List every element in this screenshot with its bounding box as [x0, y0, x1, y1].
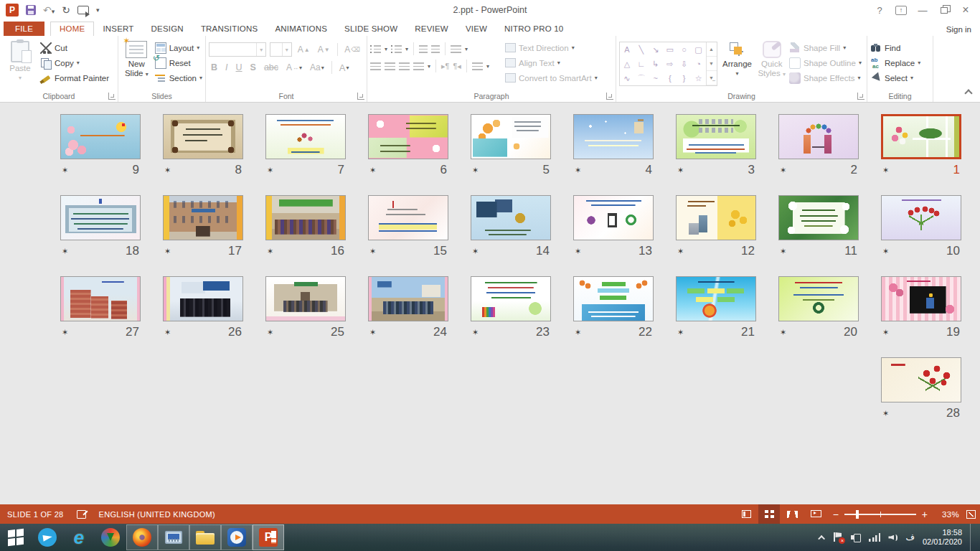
language-indicator[interactable]: ENGLISH (UNITED KINGDOM)	[99, 510, 215, 519]
show-hidden-icons-icon[interactable]	[819, 534, 826, 542]
customize-qat-icon[interactable]: ▾	[96, 6, 100, 14]
slide-13[interactable]: ✶13	[573, 195, 654, 258]
slide-24[interactable]: ✶24	[368, 276, 448, 339]
slide-2[interactable]: ✶2	[778, 114, 859, 177]
start-button[interactable]	[0, 524, 32, 550]
minimize-icon[interactable]: —	[913, 2, 933, 18]
slide-4-thumbnail[interactable]	[573, 114, 654, 159]
start-from-beginning-icon[interactable]	[77, 6, 89, 14]
slide-sorter-view-button[interactable]	[758, 504, 780, 524]
font-dialog-launcher-icon[interactable]	[357, 93, 364, 100]
line-spacing-icon[interactable]	[451, 45, 461, 53]
fit-slide-to-window-icon[interactable]	[966, 510, 976, 519]
section-button[interactable]: Section ▾	[155, 72, 202, 84]
align-right-icon[interactable]	[399, 62, 410, 70]
arrange-button[interactable]: Arrange ▾	[720, 39, 755, 89]
align-left-icon[interactable]	[370, 62, 381, 70]
slide-26[interactable]: ✶26	[163, 276, 243, 339]
slide-19[interactable]: ✶19	[881, 276, 961, 339]
save-icon[interactable]	[26, 5, 36, 15]
slide-10-thumbnail[interactable]	[881, 195, 961, 240]
taskbar-download-manager[interactable]	[95, 524, 126, 550]
repeat-icon[interactable]: ↻	[62, 5, 70, 15]
slide-counter[interactable]: SLIDE 1 OF 28	[7, 510, 64, 519]
replace-button[interactable]: Replace ▾	[870, 57, 920, 69]
slide-27[interactable]: ✶27	[60, 276, 141, 339]
shape-icons[interactable]: A╲↘▭○▢ △∟↳⇨⇩◔ ∿⌒~{}☆	[620, 42, 706, 85]
text-direction-button[interactable]: Text Direction▾	[505, 42, 598, 54]
slide-11[interactable]: ✶11	[778, 195, 859, 258]
slide-26-thumbnail[interactable]	[163, 276, 243, 321]
change-case-button[interactable]: Aa▾	[308, 62, 326, 72]
show-desktop-button[interactable]	[970, 524, 973, 551]
align-text-button[interactable]: Align Text▾	[505, 57, 598, 69]
italic-button[interactable]: I	[223, 62, 230, 72]
new-slide-button[interactable]: New Slide ▾	[121, 39, 152, 89]
font-size-combo[interactable]: ▾	[270, 42, 291, 57]
slide-21[interactable]: ✶21	[676, 276, 756, 339]
restore-icon[interactable]	[934, 2, 954, 18]
tab-nitro-pro[interactable]: NITRO PRO 10	[496, 22, 572, 36]
taskbar-file-manager[interactable]	[189, 524, 221, 550]
slide-22[interactable]: ✶22	[573, 276, 654, 339]
powerpoint-app-icon[interactable]: P	[6, 4, 19, 17]
power-icon[interactable]	[851, 533, 861, 542]
action-center-flag-icon[interactable]: ×	[833, 532, 843, 542]
slide-23[interactable]: ✶23	[471, 276, 551, 339]
paste-button[interactable]: Paste ▾	[3, 39, 37, 89]
rtl-text-icon[interactable]: ¶◂	[453, 62, 461, 71]
slide-25-thumbnail[interactable]	[265, 276, 346, 321]
ltr-text-icon[interactable]: ▸¶	[441, 62, 449, 71]
tab-home[interactable]: HOME	[50, 22, 94, 36]
slide-17-thumbnail[interactable]	[163, 195, 243, 240]
clear-formatting-button[interactable]: A⌫	[342, 44, 362, 55]
slide-20[interactable]: ✶20	[778, 276, 859, 339]
slide-28-thumbnail[interactable]	[881, 357, 961, 402]
convert-to-smartart-button[interactable]: Convert to SmartArt▾	[505, 72, 598, 84]
slide-14-thumbnail[interactable]	[471, 195, 551, 240]
slide-5[interactable]: ✶5	[471, 114, 551, 177]
slide-4[interactable]: ✶4	[573, 114, 654, 177]
zoom-in-button[interactable]: +	[920, 509, 929, 519]
taskbar-clock[interactable]: 18:58 02/01/2020	[923, 528, 962, 547]
slide-13-thumbnail[interactable]	[573, 195, 654, 240]
format-painter-button[interactable]: Format Painter	[40, 72, 109, 84]
slide-17[interactable]: ✶17	[163, 195, 243, 258]
slide-sorter-canvas[interactable]: ✶9 ✶8 ✶7 ✶6 ✶5 ✶4 ✶3 ✶2 ✶1 ✶18 ✶17 ✶16 ✶…	[0, 103, 980, 504]
spell-check-icon[interactable]	[77, 510, 86, 519]
shape-fill-button[interactable]: Shape Fill▾	[789, 42, 864, 54]
slide-27-thumbnail[interactable]	[60, 276, 141, 321]
input-language-indicator[interactable]: ف	[905, 532, 914, 542]
select-button[interactable]: Select ▾	[870, 72, 920, 84]
increase-indent-icon[interactable]	[431, 45, 440, 53]
character-spacing-button[interactable]: A↔▾	[284, 62, 304, 72]
copy-button[interactable]: Copy ▾	[40, 57, 109, 69]
tab-view[interactable]: VIEW	[457, 22, 496, 36]
slide-2-thumbnail[interactable]	[778, 114, 859, 159]
undo-icon[interactable]: ↶▾	[43, 5, 55, 15]
zoom-out-button[interactable]: −	[831, 509, 840, 519]
numbering-icon[interactable]	[391, 45, 402, 53]
slide-14[interactable]: ✶14	[471, 195, 551, 258]
taskbar-internet-explorer[interactable]: e	[63, 524, 95, 550]
slide-6[interactable]: ✶6	[368, 114, 448, 177]
slide-9-thumbnail[interactable]	[60, 114, 141, 159]
slide-18-thumbnail[interactable]	[60, 195, 141, 240]
reset-button[interactable]: Reset	[155, 57, 202, 69]
tab-file[interactable]: FILE	[4, 22, 44, 36]
shape-outline-button[interactable]: Shape Outline▾	[789, 57, 864, 69]
zoom-level[interactable]: 33%	[935, 510, 959, 519]
slide-5-thumbnail[interactable]	[471, 114, 551, 159]
font-color-button[interactable]: A▾	[337, 62, 352, 73]
tab-review[interactable]: REVIEW	[406, 22, 457, 36]
slide-3-thumbnail[interactable]	[676, 114, 756, 159]
volume-icon[interactable]	[888, 534, 897, 542]
slide-24-thumbnail[interactable]	[368, 276, 448, 321]
zoom-slider[interactable]	[844, 514, 916, 515]
slide-22-thumbnail[interactable]	[573, 276, 654, 321]
taskbar-powerpoint[interactable]: P	[253, 524, 284, 550]
slide-21-thumbnail[interactable]	[676, 276, 756, 321]
tab-transitions[interactable]: TRANSITIONS	[192, 22, 267, 36]
slide-3[interactable]: ✶3	[676, 114, 756, 177]
slide-18[interactable]: ✶18	[60, 195, 141, 258]
